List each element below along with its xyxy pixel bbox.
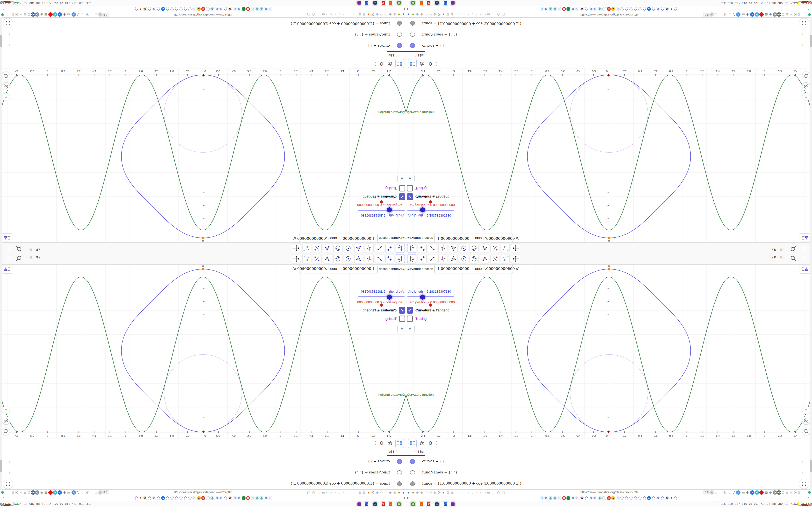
- tool-perpendicular-line[interactable]: [365, 254, 373, 263]
- settings-gear-icon[interactable]: ⚙: [377, 439, 386, 447]
- info-tab-icon[interactable]: i: [206, 496, 210, 500]
- funnel-icon[interactable]: ▼: [401, 12, 406, 17]
- row-menu-icon[interactable]: ⋮: [7, 44, 11, 48]
- shield-cyan-icon[interactable]: V: [755, 490, 759, 495]
- tool-reflect[interactable]: [313, 254, 322, 263]
- shield-d-icon[interactable]: D: [773, 12, 777, 17]
- tool-move-graphics[interactable]: [511, 244, 520, 253]
- floppy64-app-icon[interactable]: 64: [364, 501, 369, 507]
- funnel-icon[interactable]: ▼: [406, 12, 411, 17]
- arc-length-slider[interactable]: [358, 210, 405, 211]
- algebra-expression[interactable]: curves = {}: [368, 44, 390, 48]
- puzzle-icon[interactable]: ✄: [18, 490, 23, 495]
- shield-gray-icon[interactable]: ⬡: [781, 490, 785, 495]
- gear-spiral-tab-icon[interactable]: ⚙: [665, 496, 669, 500]
- yandex-tab-icon[interactable]: Я: [562, 496, 566, 500]
- forward-arrow-icon[interactable]: →: [718, 490, 723, 495]
- olive-circle-icon[interactable]: ●: [397, 490, 401, 495]
- globe-gray-icon[interactable]: ⊕: [785, 12, 789, 17]
- firefox-app-icon[interactable]: ●: [388, 0, 393, 6]
- sphere-tab-icon[interactable]: ◍: [598, 7, 602, 11]
- curvature-tangent-checkbox[interactable]: ✓: [399, 307, 405, 314]
- settings-app-icon[interactable]: ⚙: [380, 501, 386, 507]
- google-tab-icon[interactable]: G: [589, 496, 593, 500]
- visibility-toggle[interactable]: [410, 482, 415, 486]
- chevron-down-icon[interactable]: [507, 237, 511, 239]
- info-tab-icon[interactable]: i: [206, 7, 210, 11]
- tool-circle-center-point[interactable]: [344, 254, 353, 263]
- graphics-view[interactable]: -2.4-2.2-2-1.8-1.6-1.4-1.2-1-0.8-0.6-0.4…: [406, 265, 810, 438]
- ud-circle-icon[interactable]: UD: [31, 490, 35, 495]
- tool-line[interactable]: [375, 254, 384, 263]
- tracing-checkbox[interactable]: [407, 185, 413, 191]
- yandex-tab-icon[interactable]: Я: [202, 7, 205, 11]
- google-tab-icon[interactable]: G: [215, 496, 219, 500]
- monkey-app-icon[interactable]: ●: [450, 0, 456, 6]
- google-tab-icon[interactable]: G: [268, 7, 272, 11]
- visibility-toggle[interactable]: [397, 482, 402, 486]
- tracing-checkbox[interactable]: [407, 316, 413, 322]
- wrench-icon[interactable]: ⚒: [437, 12, 441, 17]
- arc-position-knob[interactable]: [379, 201, 383, 204]
- algebra-row[interactable]: funcNames = {" "}⋮: [406, 467, 810, 478]
- shield-cyan-icon[interactable]: V: [53, 12, 57, 17]
- sphere-tab-icon[interactable]: ◍: [549, 7, 552, 11]
- dot-icon[interactable]: ◦: [466, 490, 470, 495]
- play-button[interactable]: ▶▏: [397, 175, 405, 182]
- curvature-function-input[interactable]: 1.000000000000 + cos(4.000000000000 x): [435, 234, 513, 242]
- home-button[interactable]: ⌂: [802, 93, 810, 101]
- undo-button[interactable]: ↺: [772, 255, 776, 261]
- gear-dark-icon[interactable]: ⚙: [62, 12, 67, 17]
- more-options-icon[interactable]: ⋮: [373, 60, 377, 68]
- globe-icon[interactable]: ⊕: [375, 490, 379, 495]
- sphere-tab-icon[interactable]: ◍: [255, 496, 259, 500]
- google-tab-icon[interactable]: G: [219, 7, 223, 11]
- algebra-expression[interactable]: funcs = {1.000000000000 + cos(4.00000000…: [290, 22, 390, 26]
- tool-circle-two-points[interactable]: [334, 254, 343, 263]
- google-tab-icon[interactable]: G: [152, 7, 156, 11]
- ud-circle-icon[interactable]: UD: [777, 12, 781, 17]
- tool-line[interactable]: [428, 254, 437, 263]
- tool-angle[interactable]: α: [480, 244, 489, 253]
- globe-icon[interactable]: ⊕: [388, 490, 393, 495]
- download-icon[interactable]: ↓: [727, 12, 731, 17]
- profile-dot-icon[interactable]: [808, 13, 811, 16]
- stylebar-toggle[interactable]: [800, 233, 810, 241]
- arc-length-knob[interactable]: [387, 294, 392, 300]
- gear-dark-icon[interactable]: ⚙: [745, 12, 750, 17]
- ghost-circle-icon[interactable]: ○: [456, 12, 460, 17]
- back-arrow-icon[interactable]: ←: [317, 12, 321, 17]
- puzzle-icon[interactable]: ✄: [18, 12, 23, 17]
- google-tab-icon[interactable]: G: [233, 496, 237, 500]
- collapse-chevron-icon[interactable]: ^: [808, 7, 810, 11]
- google-tab-icon[interactable]: G: [237, 496, 241, 500]
- page-scrollbar[interactable]: [810, 253, 812, 490]
- zoom-level-badge[interactable]: 81%: [102, 490, 109, 494]
- globe-icon[interactable]: ⊕: [450, 12, 454, 17]
- menu-icon[interactable]: ≡: [802, 255, 805, 262]
- algebra-expression[interactable]: curves = {}: [422, 459, 444, 463]
- tool-move[interactable]: [407, 244, 416, 253]
- visibility-toggle[interactable]: [397, 470, 402, 475]
- download-icon[interactable]: ↓: [81, 12, 85, 17]
- gear-icon[interactable]: ⚙: [362, 12, 366, 17]
- stylebar-toggle[interactable]: [2, 266, 12, 274]
- undo-button[interactable]: ↺: [772, 246, 776, 252]
- gauge-icon[interactable]: ◠: [379, 490, 384, 495]
- google-tab-icon[interactable]: G: [571, 496, 575, 500]
- shield-icon[interactable]: ⬡: [311, 12, 316, 17]
- translate-page-icon[interactable]: A: [710, 490, 714, 495]
- tool-polygon[interactable]: [449, 254, 458, 263]
- tool-angle[interactable]: α: [480, 254, 489, 263]
- google-tab-icon[interactable]: G: [540, 7, 544, 11]
- collapse-icon[interactable]: −: [396, 450, 400, 454]
- red-circle-icon[interactable]: ●: [48, 12, 53, 17]
- globe-gray-icon[interactable]: ⊕: [23, 12, 27, 17]
- search-icon[interactable]: [790, 246, 796, 251]
- zoom-out-button[interactable]: [802, 428, 810, 435]
- zoom-level-badge[interactable]: 81%: [703, 13, 710, 17]
- globe-icon[interactable]: ⊕: [393, 12, 397, 17]
- screenshot-app-icon[interactable]: ▣: [410, 501, 416, 507]
- circle-icon[interactable]: ○: [329, 490, 333, 495]
- address-url[interactable]: https://www.geogebra.org/classic/aagcxh3…: [173, 13, 232, 16]
